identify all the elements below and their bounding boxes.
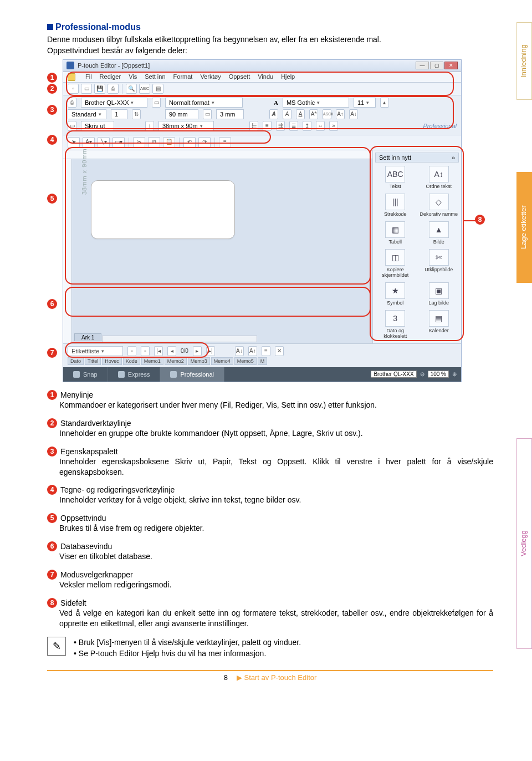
skrivut-label[interactable]: Skriv ut <box>81 121 114 131</box>
side-tab-lage-etiketter[interactable]: Lage etiketter <box>516 172 532 283</box>
db-col-1[interactable]: Tittel <box>85 357 101 365</box>
side-item-7[interactable]: ✄Utklippsbilde <box>419 248 459 280</box>
side-item-0[interactable]: ABCTekst <box>375 165 416 191</box>
fontsize-select[interactable]: 11 <box>354 98 376 108</box>
standard-select[interactable]: Standard <box>68 109 106 119</box>
side-item-1[interactable]: A↕Ordne tekst <box>419 165 459 191</box>
sheet-tab[interactable]: Ark 1 <box>74 333 101 341</box>
menu-vindu[interactable]: Vindu <box>258 73 273 81</box>
side-item-9[interactable]: ▣Lag bilde <box>419 281 459 308</box>
new-button[interactable]: ▫ <box>68 84 79 94</box>
pointer-tool[interactable]: ➤ <box>68 137 80 148</box>
redo-button[interactable]: ↷ <box>198 137 211 148</box>
zoom-out[interactable]: ⊖ <box>420 371 424 377</box>
paste-button[interactable]: 📋 <box>163 137 175 148</box>
effects-button[interactable]: A* <box>309 109 318 119</box>
spacing[interactable]: ↔ <box>316 121 325 131</box>
footer-link[interactable]: Start av P-touch Editor <box>244 673 317 682</box>
scrollbar-horizontal[interactable] <box>102 336 257 342</box>
db-col-0[interactable]: Dato <box>68 357 84 365</box>
cut-button[interactable]: ✂ <box>133 137 145 148</box>
side-item-11[interactable]: ▤Kalender <box>419 309 459 341</box>
db-col-6[interactable]: Memo3 <box>188 357 210 365</box>
db-col-8[interactable]: Memo5 <box>234 357 257 365</box>
rect-tool[interactable]: ▭▾ <box>112 137 125 148</box>
menu-settinn[interactable]: Sett inn <box>145 73 165 81</box>
open-button[interactable]: ▭ <box>81 84 92 94</box>
db-col-4[interactable]: Memo1 <box>141 357 163 365</box>
format-select[interactable]: Normalt format <box>165 98 243 108</box>
side-item-8[interactable]: ★Symbol <box>375 281 416 308</box>
menu-oppsett[interactable]: Oppsett <box>229 73 250 81</box>
db-first[interactable]: |◂ <box>154 346 163 356</box>
ascii-button[interactable]: ASCII <box>323 109 331 119</box>
dims-select[interactable]: 38mm x 90m <box>158 121 214 131</box>
search-button[interactable]: 🔍 <box>126 84 137 94</box>
side-header-expand[interactable]: » <box>452 154 455 161</box>
db-btn2[interactable]: ▫ <box>141 346 150 356</box>
width-field[interactable]: 90 mm <box>165 109 198 119</box>
mode-snap[interactable]: Snap <box>63 367 108 382</box>
side-tab-innledning[interactable]: Innledning <box>516 22 532 100</box>
text-tool[interactable]: A▾ <box>83 137 95 148</box>
mode-express[interactable]: Express <box>108 367 161 382</box>
font-inc[interactable]: ▴ <box>380 98 389 108</box>
italic-button[interactable]: A <box>283 109 291 119</box>
zoom-printer[interactable]: Brother QL-XXX <box>371 371 416 378</box>
db-btn1[interactable]: ▫ <box>127 346 136 356</box>
db-last[interactable]: ▸| <box>206 346 215 356</box>
align-just[interactable]: ≣ <box>289 121 298 131</box>
vert-top[interactable]: ↥ <box>303 121 311 131</box>
save-button[interactable]: 💾 <box>94 84 105 94</box>
db-prev[interactable]: ◂ <box>167 346 176 356</box>
close-button[interactable]: ✕ <box>444 62 458 69</box>
side-item-10[interactable]: 3Dato og klokkeslett <box>375 309 416 341</box>
db-col-3[interactable]: Kode <box>123 357 140 365</box>
minimize-button[interactable]: — <box>416 62 429 69</box>
side-item-6[interactable]: ◫Kopiere skjermbildet <box>375 248 416 280</box>
etikettliste-select[interactable]: Etikettliste <box>68 346 123 356</box>
enlarge-a[interactable]: A↑ <box>336 109 345 119</box>
zoom-value[interactable]: 100 % <box>428 371 449 378</box>
side-tab-vedlegg[interactable]: Vedlegg <box>516 438 532 649</box>
mode-professional[interactable]: Professional <box>160 367 224 382</box>
font-select[interactable]: MS Gothic <box>283 98 349 108</box>
zoom-in[interactable]: ⊕ <box>452 371 457 377</box>
db-col-7[interactable]: Memo4 <box>211 357 233 365</box>
bold-button[interactable]: A <box>269 109 278 119</box>
menu-rediger[interactable]: Rediger <box>100 73 121 81</box>
print-button[interactable]: ⎙ <box>108 84 119 94</box>
menu-vis[interactable]: Vis <box>129 73 137 81</box>
db-sort-desc[interactable]: A↑ <box>248 346 257 356</box>
printer-select[interactable]: Brother QL-XXX <box>81 98 147 108</box>
copy-button[interactable]: ⧉ <box>148 137 160 148</box>
abc-button[interactable]: ABC <box>139 84 150 94</box>
align-center[interactable]: ≡ <box>263 121 272 131</box>
undo-button[interactable]: ↶ <box>183 137 196 148</box>
canvas-area[interactable]: 38mm x 90mm Ark 1 <box>63 150 372 343</box>
underline-button[interactable]: A <box>296 109 305 119</box>
menu-format[interactable]: Format <box>173 73 193 81</box>
db-x[interactable]: ✕ <box>275 346 284 356</box>
menu-fil[interactable]: Fil <box>85 73 92 81</box>
qty-spin[interactable]: ⇅ <box>132 109 141 119</box>
db-sort-asc[interactable]: A↓ <box>235 346 244 356</box>
misc-button[interactable]: ▤ <box>152 84 163 94</box>
menu-verktoy[interactable]: Verktøy <box>200 73 221 81</box>
db-col-2[interactable]: Hovec <box>102 357 122 365</box>
side-panel-header[interactable]: Sett inn nytt » <box>375 153 459 163</box>
maximize-button[interactable]: ▢ <box>430 62 443 69</box>
qty-field[interactable]: 1 <box>111 109 127 119</box>
db-col-9[interactable]: M <box>258 357 268 365</box>
menu-hjelp[interactable]: Hjelp <box>281 73 295 81</box>
align-right[interactable]: ⇶ <box>276 121 285 131</box>
db-next[interactable]: ▸ <box>193 346 202 356</box>
side-item-2[interactable]: |||Strekkode <box>375 192 416 219</box>
db-col-5[interactable]: Memo2 <box>165 357 187 365</box>
align-tool[interactable]: ≡ <box>219 137 231 148</box>
orient-icon[interactable]: ▭ <box>203 109 212 119</box>
align-left[interactable]: ⬱ <box>249 121 258 131</box>
label-preview[interactable] <box>91 180 235 239</box>
more[interactable]: » <box>329 121 338 131</box>
line-tool[interactable]: ╲▾ <box>98 137 110 148</box>
